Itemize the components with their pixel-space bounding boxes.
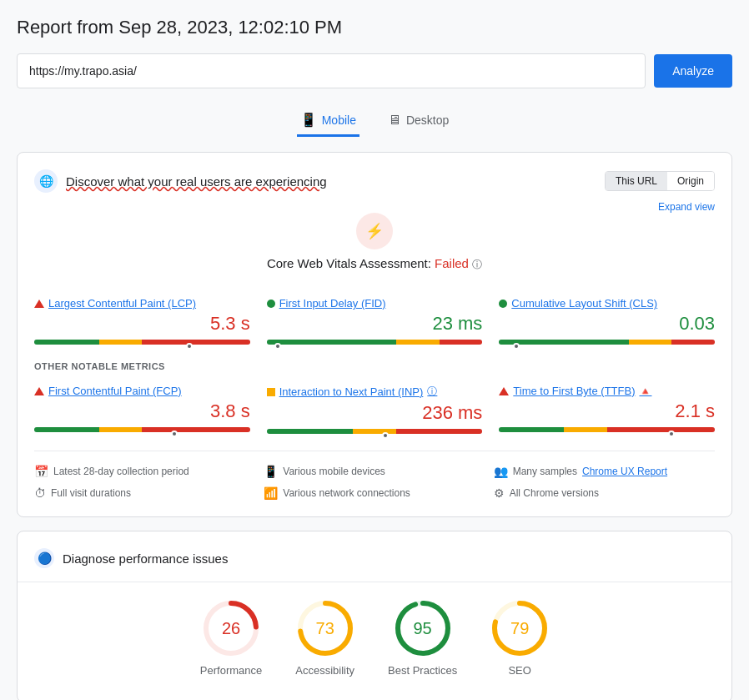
- seo-circle: 79: [490, 599, 549, 657]
- bar-red: [671, 340, 715, 345]
- info-network: 📶 Various network connections: [264, 486, 485, 500]
- fcp-indicator: [34, 387, 44, 395]
- best-practices-score: 95: [413, 619, 431, 638]
- info-footer: 📅 Latest 28-day collection period 📱 Vari…: [34, 451, 715, 500]
- bar-yellow: [99, 340, 143, 345]
- bar-green: [267, 429, 353, 434]
- scores-grid: 26 Performance 73 Accessibility 95: [34, 582, 715, 685]
- metric-fcp-label[interactable]: First Contentful Paint (FCP): [34, 385, 250, 397]
- diagnose-icon: 🔵: [34, 548, 54, 568]
- bar-yellow: [353, 429, 396, 434]
- tab-mobile-label: Mobile: [322, 113, 356, 127]
- diagnose-title: Diagnose performance issues: [63, 551, 228, 566]
- metric-ttfb: Time to First Byte (TTFB) 🔺 2.1 s: [499, 385, 715, 434]
- metric-ttfb-value: 2.1 s: [499, 400, 715, 422]
- bar-red: [142, 427, 249, 432]
- seo-score: 79: [510, 619, 529, 638]
- info-collection-period: 📅 Latest 28-day collection period: [34, 465, 255, 478]
- metric-lcp-value: 5.3 s: [34, 313, 250, 335]
- people-icon: 👥: [494, 465, 508, 478]
- lcp-indicator: [34, 300, 44, 308]
- analyze-button[interactable]: Analyze: [654, 54, 732, 88]
- cwv-assessment: Core Web Vitals Assessment: Failed ⓘ: [267, 256, 482, 272]
- origin-button[interactable]: Origin: [667, 172, 714, 190]
- score-performance: 26 Performance: [200, 599, 262, 677]
- bar-yellow: [629, 340, 672, 345]
- bar-red: [396, 429, 482, 434]
- bar-pointer: [668, 431, 675, 437]
- url-input[interactable]: [17, 53, 646, 88]
- info-chrome-versions: ⚙ All Chrome versions: [494, 486, 715, 500]
- tab-desktop[interactable]: 🖥 Desktop: [385, 105, 452, 137]
- metric-inp-bar: [267, 429, 483, 434]
- bar-yellow: [99, 427, 143, 432]
- url-origin-toggle: This URL Origin: [605, 171, 715, 191]
- bar-green: [267, 340, 396, 345]
- tab-desktop-label: Desktop: [406, 113, 449, 127]
- other-metrics-grid: First Contentful Paint (FCP) 3.8 s Inter…: [34, 385, 715, 434]
- inp-info-icon[interactable]: ⓘ: [427, 385, 437, 399]
- metric-cls-label[interactable]: Cumulative Layout Shift (CLS): [499, 297, 715, 310]
- diagnose-header: 🔵 Diagnose performance issues: [34, 548, 715, 568]
- bar-red: [440, 340, 483, 345]
- fid-indicator: [267, 300, 275, 308]
- page-title: Report from Sep 28, 2023, 12:02:10 PM: [17, 17, 732, 38]
- bar-green: [499, 427, 564, 432]
- bar-red: [607, 427, 715, 432]
- metric-fcp-bar: [34, 427, 250, 432]
- best-practices-circle: 95: [394, 599, 452, 657]
- metric-lcp-label[interactable]: Largest Contentful Paint (LCP): [34, 297, 250, 310]
- core-web-vitals-section: ⚡ Core Web Vitals Assessment: Failed ⓘ E…: [34, 201, 715, 284]
- metric-fid-bar: [267, 340, 483, 345]
- performance-circle: 26: [202, 599, 260, 657]
- real-users-header: 🌐 Discover what your real users are expe…: [34, 169, 715, 193]
- accessibility-label: Accessibility: [295, 664, 354, 677]
- tabs-container: 📱 Mobile 🖥 Desktop: [17, 105, 732, 137]
- metric-inp: Interaction to Next Paint (INP) ⓘ 236 ms: [267, 385, 483, 434]
- seo-label: SEO: [508, 664, 530, 677]
- real-users-icon: 🌐: [34, 169, 58, 193]
- metric-inp-label[interactable]: Interaction to Next Paint (INP) ⓘ: [267, 385, 483, 399]
- metric-fid: First Input Delay (FID) 23 ms: [267, 297, 483, 345]
- clock-icon: ⏱: [34, 486, 46, 500]
- metric-fcp: First Contentful Paint (FCP) 3.8 s: [34, 385, 250, 434]
- accessibility-score: 73: [316, 619, 334, 638]
- expand-view-link[interactable]: Expand view: [658, 201, 715, 213]
- metric-ttfb-label[interactable]: Time to First Byte (TTFB) 🔺: [499, 385, 715, 397]
- performance-score: 26: [222, 619, 240, 638]
- bar-green: [34, 427, 99, 432]
- real-users-section: 🌐 Discover what your real users are expe…: [17, 152, 732, 517]
- real-users-title: Discover what your real users are experi…: [66, 174, 327, 189]
- bar-pointer: [274, 343, 281, 350]
- bar-yellow: [564, 427, 607, 432]
- bar-red: [142, 340, 249, 345]
- metric-fcp-value: 3.8 s: [34, 400, 250, 422]
- desktop-icon: 🖥: [388, 113, 401, 128]
- cwv-header: ⚡ Core Web Vitals Assessment: Failed ⓘ: [34, 201, 715, 284]
- bar-green: [34, 340, 99, 345]
- this-url-button[interactable]: This URL: [606, 172, 667, 190]
- diagnose-section: 🔵 Diagnose performance issues 26 Perform…: [17, 531, 732, 700]
- wifi-icon: 📶: [264, 486, 278, 500]
- best-practices-label: Best Practices: [388, 664, 457, 677]
- other-metrics-label: OTHER NOTABLE METRICS: [34, 361, 715, 371]
- metric-cls-bar: [499, 340, 715, 345]
- ttfb-info-icon[interactable]: 🔺: [639, 385, 651, 397]
- mobile-icon: 📱: [300, 112, 317, 128]
- metric-fid-label[interactable]: First Input Delay (FID): [267, 297, 483, 310]
- metric-lcp-bar: [34, 340, 250, 345]
- chrome-icon: ⚙: [494, 486, 505, 500]
- performance-label: Performance: [200, 664, 262, 677]
- ttfb-indicator: [499, 387, 509, 395]
- url-bar: Analyze: [17, 53, 732, 88]
- inp-indicator: [267, 388, 275, 396]
- cwv-metrics-grid: Largest Contentful Paint (LCP) 5.3 s Fir…: [34, 297, 715, 345]
- cwv-info-icon[interactable]: ⓘ: [472, 259, 482, 270]
- chrome-ux-link[interactable]: Chrome UX Report: [582, 466, 667, 477]
- tab-mobile[interactable]: 📱 Mobile: [297, 105, 359, 137]
- metric-cls-value: 0.03: [499, 313, 715, 335]
- metric-cls: Cumulative Layout Shift (CLS) 0.03: [499, 297, 715, 345]
- metric-lcp: Largest Contentful Paint (LCP) 5.3 s: [34, 297, 250, 345]
- cls-indicator: [499, 300, 507, 308]
- score-best-practices: 95 Best Practices: [388, 599, 457, 677]
